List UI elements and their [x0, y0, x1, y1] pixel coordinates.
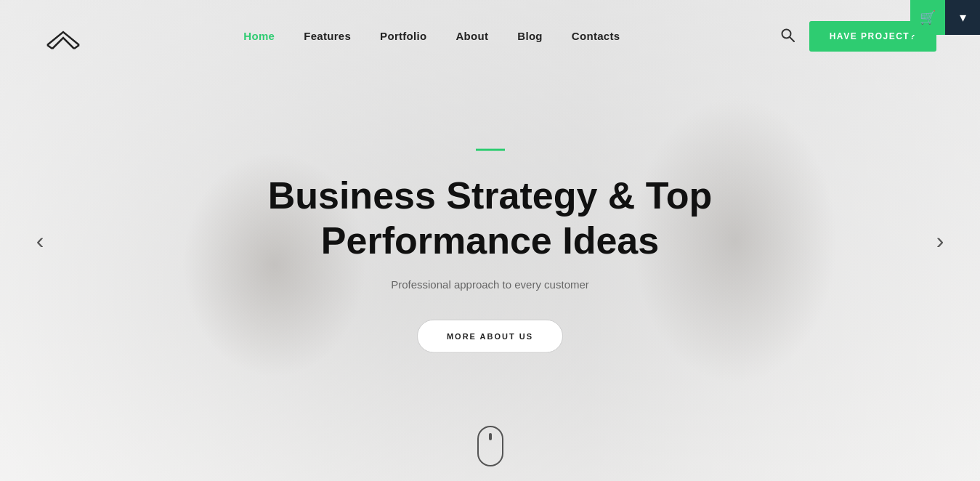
nav-links: Home Features Portfolio About Blog Conta…	[243, 30, 620, 43]
search-icon	[780, 28, 795, 42]
chevron-down-icon: ▾	[960, 9, 966, 25]
cart-button[interactable]: 🛒	[910, 0, 945, 35]
nav-item-features[interactable]: Features	[304, 30, 351, 43]
nav-link-portfolio[interactable]: Portfolio	[380, 30, 426, 42]
nav-item-contacts[interactable]: Contacts	[572, 30, 620, 43]
svg-line-1	[790, 37, 794, 41]
hero-subtitle: Professional approach to every customer	[236, 278, 745, 290]
left-arrow-icon: ‹	[36, 227, 44, 254]
hero-accent-line	[476, 149, 505, 151]
nav-item-blog[interactable]: Blog	[517, 30, 543, 43]
nav-link-home[interactable]: Home	[243, 30, 275, 42]
scroll-indicator	[477, 426, 503, 466]
nav-link-about[interactable]: About	[455, 30, 488, 42]
scroll-dot	[489, 433, 492, 440]
nav-item-home[interactable]: Home	[243, 30, 275, 43]
cart-icon: 🛒	[920, 9, 936, 25]
prev-slide-button[interactable]: ‹	[22, 222, 58, 259]
navbar: Home Features Portfolio About Blog Conta…	[0, 0, 980, 73]
logo-icon	[44, 22, 84, 51]
dropdown-button[interactable]: ▾	[945, 0, 980, 35]
more-about-button[interactable]: MORE ABOUT US	[417, 319, 563, 352]
nav-item-about[interactable]: About	[455, 30, 488, 43]
top-right-corner-buttons: 🛒 ▾	[910, 0, 980, 35]
nav-link-blog[interactable]: Blog	[517, 30, 543, 42]
hero-title: Business Strategy & Top Performance Idea…	[236, 173, 745, 264]
nav-link-features[interactable]: Features	[304, 30, 351, 42]
hero-section: Home Features Portfolio About Blog Conta…	[0, 0, 980, 481]
search-button[interactable]	[780, 28, 795, 46]
hero-content: Business Strategy & Top Performance Idea…	[236, 149, 745, 353]
right-arrow-icon: ›	[936, 227, 944, 254]
nav-item-portfolio[interactable]: Portfolio	[380, 30, 426, 43]
nav-link-contacts[interactable]: Contacts	[572, 30, 620, 42]
logo[interactable]	[44, 22, 84, 51]
next-slide-button[interactable]: ›	[922, 222, 958, 259]
